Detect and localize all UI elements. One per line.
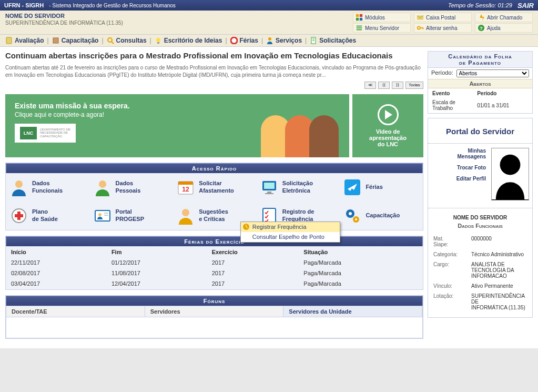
play-icon xyxy=(378,104,399,125)
ferias-col-fim: Fim xyxy=(107,247,207,257)
forum-tab-servidores[interactable]: Servidores xyxy=(145,306,284,317)
banner: Existe uma missão à sua espera. Clique a… xyxy=(5,94,423,157)
quick-capacitacao[interactable]: Capacitação xyxy=(339,202,423,230)
abrir-chamado-link[interactable]: Abrir Chamado xyxy=(475,13,533,22)
portal-servidor-box: Portal do Servidor Minhas Mensagens Troc… xyxy=(428,118,533,318)
forum-tab-docente[interactable]: Docente/TAE xyxy=(6,306,145,317)
book-icon xyxy=(52,37,59,44)
ferias-table: Início Fim Exercício Situação 22/11/2017… xyxy=(6,246,423,289)
svg-point-25 xyxy=(99,180,106,188)
svg-rect-1 xyxy=(360,14,362,17)
popup-consultar-espelho[interactable]: Consultar Espelho de Ponto xyxy=(241,232,340,242)
banner-people-illustration xyxy=(266,115,339,157)
ferias-col-inicio: Início xyxy=(7,247,106,257)
news-all-button[interactable]: Todas xyxy=(405,82,423,89)
session-label: Tempo de Sessão: xyxy=(448,2,496,8)
avatar xyxy=(491,148,529,200)
svg-point-51 xyxy=(500,155,521,175)
news-prev-button[interactable]: ⟨⟨ xyxy=(378,82,390,89)
forum-tab-servidores-unidade[interactable]: Servidores da Unidade xyxy=(283,306,422,317)
menu-escritorio[interactable]: Escritório de Ideias xyxy=(155,37,222,44)
periodo-select[interactable]: Abertos xyxy=(456,69,529,77)
svg-point-47 xyxy=(349,212,352,215)
svg-line-16 xyxy=(111,42,114,44)
banner-lnc-link[interactable]: Existe uma missão à sua espera. Clique a… xyxy=(5,94,349,157)
svg-rect-30 xyxy=(264,183,275,189)
portal-title: Portal do Servidor xyxy=(428,118,532,144)
menu-solicitacoes[interactable]: Solicitações xyxy=(310,37,356,44)
sub-bar: NOME DO SERVIDOR SUPERINTENDÊNCIA DE INF… xyxy=(0,11,538,35)
servidor-dept: SUPERINTENDÊNCIA DE INFORMÁTICA (11.35) xyxy=(5,20,353,26)
quick-registro-frequencia[interactable]: Registro de Frequência Registrar Frequên… xyxy=(256,202,340,230)
menu-ferias[interactable]: Férias xyxy=(230,37,258,44)
menu-servicos[interactable]: Serviços xyxy=(266,37,302,44)
quick-ferias[interactable]: Férias xyxy=(339,173,423,202)
modules-icon xyxy=(356,14,363,21)
ferias-col-exercicio: Exercício xyxy=(208,247,299,257)
table-row: Escala de Trabalho01/01 a 31/01 xyxy=(429,98,531,112)
quick-plano-saude[interactable]: Plano de Saúde xyxy=(6,202,89,230)
menu-consultas[interactable]: Consultas xyxy=(107,37,147,44)
quick-access-box: Acesso Rápido Dados Funcionais Dados Pes… xyxy=(5,163,423,230)
id-card-icon xyxy=(94,207,111,225)
modulos-link[interactable]: Módulos xyxy=(353,13,411,22)
ferias-header: Férias do Exercício xyxy=(6,236,423,246)
system-acronym: UFRN - SIGRH xyxy=(4,2,44,8)
help-icon: ? xyxy=(478,24,485,32)
svg-point-17 xyxy=(156,38,160,42)
banner-video-link[interactable]: Video de apresentação do LNC xyxy=(352,94,423,157)
svg-rect-32 xyxy=(265,193,273,194)
quick-dados-funcionais[interactable]: Dados Funcionais xyxy=(6,173,89,202)
monitor-icon xyxy=(260,178,278,196)
minhas-mensagens-link[interactable]: Minhas Mensagens xyxy=(458,148,486,159)
svg-rect-7 xyxy=(357,29,362,31)
quick-solicitacao-eletronica[interactable]: Solicitação Eletrônica xyxy=(256,173,340,202)
dados-funcionais-title: Dados Funcionais xyxy=(428,223,532,229)
quick-dados-pessoais[interactable]: Dados Pessoais xyxy=(89,173,173,202)
person-icon xyxy=(266,37,273,44)
calendar-icon: 12 xyxy=(177,178,195,196)
alterar-senha-link[interactable]: Alterar senha xyxy=(414,23,472,33)
doc-icon xyxy=(310,37,317,44)
table-row: 22/11/201701/12/20172017Paga/Marcada xyxy=(7,258,422,267)
foruns-box: Fóruns Docente/TAE Servidores Servidores… xyxy=(5,295,423,339)
banner-title: Existe uma missão à sua espera. xyxy=(15,102,340,110)
svg-point-38 xyxy=(98,213,101,216)
abertos-subhead: Abertos xyxy=(428,79,532,88)
calendar-header: Calendário da Folha de Pagamento xyxy=(428,52,532,68)
svg-point-19 xyxy=(231,37,237,44)
svg-text:?: ? xyxy=(480,25,483,31)
menu-icon xyxy=(356,24,363,32)
news-first-button[interactable]: ≪ xyxy=(364,82,376,89)
quick-access-header: Acesso Rápido xyxy=(6,163,423,173)
periodo-label: Período: xyxy=(431,69,453,77)
gears-icon xyxy=(343,207,361,225)
svg-point-24 xyxy=(15,180,23,188)
quick-solicitar-afastamento[interactable]: 12Solicitar Afastamento xyxy=(172,173,256,202)
trocar-foto-link[interactable]: Trocar Foto xyxy=(457,165,486,170)
forum-body xyxy=(6,317,423,338)
menu-avaliacao[interactable]: Avaliação xyxy=(5,37,44,44)
svg-rect-27 xyxy=(178,182,193,185)
menu-servidor-link[interactable]: Menu Servidor xyxy=(353,23,411,33)
popup-registrar-frequencia[interactable]: Registrar Frequência xyxy=(241,222,340,232)
key-icon xyxy=(417,24,424,32)
svg-point-49 xyxy=(355,218,357,220)
quick-portal-progesp[interactable]: Portal PROGESP xyxy=(89,202,173,230)
news-next-button[interactable]: ⟩⟩ xyxy=(392,82,403,89)
menu-capacitacao[interactable]: Capacitação xyxy=(52,37,99,44)
svg-point-20 xyxy=(268,37,271,41)
ajuda-link[interactable]: ?Ajuda xyxy=(475,23,533,33)
lnc-logo: LNC LEVANTAMENTO DE NECESSIDADE DE CAPAC… xyxy=(15,124,76,143)
editar-perfil-link[interactable]: Editar Perfil xyxy=(456,176,486,182)
servidor-nome: NOME DO SERVIDOR xyxy=(5,13,353,19)
caixa-postal-link[interactable]: Caixa Postal xyxy=(414,13,472,22)
calendar-box: Calendário da Folha de Pagamento Período… xyxy=(428,51,533,114)
svg-rect-13 xyxy=(6,37,12,44)
svg-rect-0 xyxy=(356,14,359,17)
svg-rect-42 xyxy=(263,208,276,223)
svg-point-41 xyxy=(182,209,189,216)
logout-link[interactable]: SAIR xyxy=(517,2,534,9)
plane-icon xyxy=(343,178,361,196)
svg-rect-36 xyxy=(15,214,23,217)
